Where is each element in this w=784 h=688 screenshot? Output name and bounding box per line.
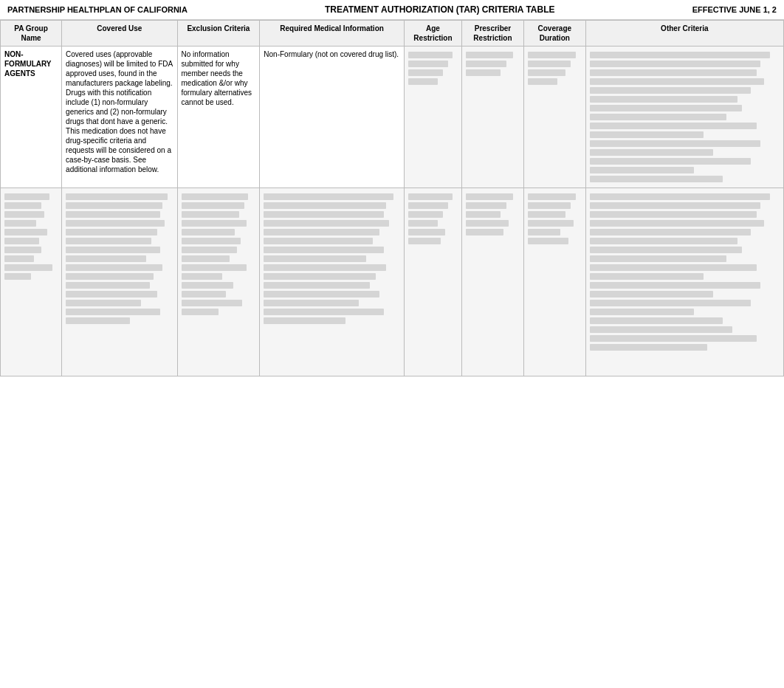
col-header-other-criteria: Other Criteria bbox=[585, 21, 783, 47]
col-header-pa-group: PA Group Name bbox=[1, 21, 62, 47]
table-row bbox=[1, 188, 784, 376]
col-header-coverage: Coverage Duration bbox=[523, 21, 585, 47]
cell-covered-use: Covered uses (approvable diagnoses) will… bbox=[62, 47, 177, 188]
cell-age-restriction bbox=[404, 47, 461, 188]
cell-exclusion-criteria: No information submitted for why member … bbox=[177, 47, 260, 188]
col-header-required-medical: Required Medical Information bbox=[260, 21, 405, 47]
header-effective-date: EFFECTIVE JUNE 1, 2 bbox=[692, 5, 777, 14]
col-header-age-restriction: Age Restriction bbox=[404, 21, 461, 47]
cell-covered-use-2 bbox=[62, 188, 177, 376]
cell-required-2 bbox=[260, 188, 405, 376]
cell-pa-group-2 bbox=[1, 188, 62, 376]
page-header: PARTNERSHIP HEALTHPLAN OF CALIFORNIA TRE… bbox=[0, 0, 784, 20]
cell-other-2 bbox=[585, 188, 783, 376]
cell-required-medical-info: Non-Formulary (not on covered drug list)… bbox=[260, 47, 405, 188]
table-row: NON-FORMULARY AGENTS Covered uses (appro… bbox=[1, 47, 784, 188]
cell-coverage-duration bbox=[523, 47, 585, 188]
table-header-row: PA Group Name Covered Use Exclusion Crit… bbox=[1, 21, 784, 47]
cell-prescriber-2 bbox=[462, 188, 524, 376]
header-organization: PARTNERSHIP HEALTHPLAN OF CALIFORNIA bbox=[7, 5, 188, 14]
cell-prescriber-restriction bbox=[462, 47, 524, 188]
cell-age-2 bbox=[404, 188, 461, 376]
cell-pa-group: NON-FORMULARY AGENTS bbox=[1, 47, 62, 188]
cell-other-criteria bbox=[585, 47, 783, 188]
col-header-covered-use: Covered Use bbox=[62, 21, 177, 47]
cell-coverage-2 bbox=[523, 188, 585, 376]
col-header-exclusion: Exclusion Criteria bbox=[177, 21, 260, 47]
col-header-prescriber: Prescriber Restriction bbox=[462, 21, 524, 47]
cell-exclusion-2 bbox=[177, 188, 260, 376]
criteria-table: PA Group Name Covered Use Exclusion Crit… bbox=[0, 20, 784, 376]
header-title: TREATMENT AUTHORIZATION (TAR) CRITERIA T… bbox=[325, 4, 555, 15]
